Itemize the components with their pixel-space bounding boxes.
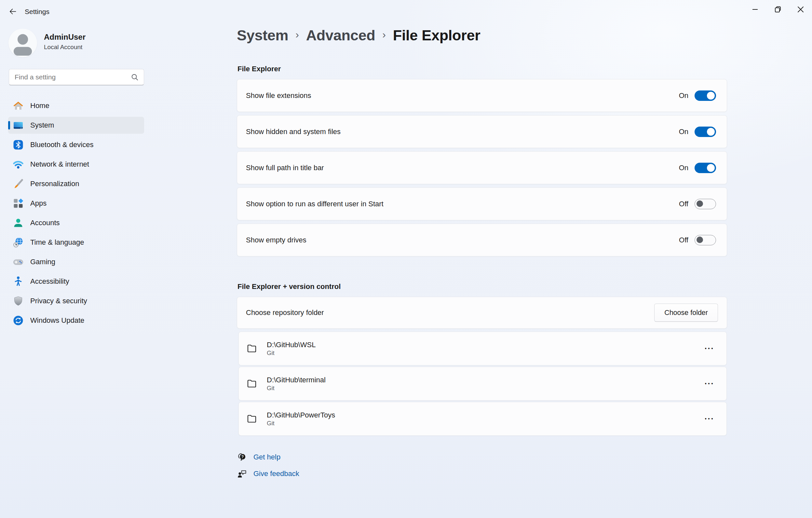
- breadcrumb-advanced[interactable]: Advanced: [306, 27, 375, 44]
- folder-icon: [246, 343, 258, 354]
- help-icon: ?: [237, 452, 247, 462]
- setting-label: Show hidden and system files: [246, 127, 679, 136]
- sidebar-item-gaming[interactable]: Gaming: [8, 254, 144, 270]
- sidebar-item-label: Windows Update: [30, 316, 84, 325]
- breadcrumb-separator: ›: [382, 29, 385, 41]
- section-title-version-control: File Explorer + version control: [237, 282, 341, 291]
- sidebar-item-label: Network & internet: [30, 160, 89, 169]
- user-account-type: Local Account: [44, 44, 82, 51]
- sidebar-item-label: Gaming: [30, 258, 55, 266]
- time-language-icon: [12, 236, 24, 248]
- sidebar-item-label: Time & language: [30, 238, 84, 247]
- apps-icon: [12, 198, 24, 209]
- repo-vcs-type: Git: [267, 349, 700, 357]
- user-name: AdminUser: [44, 32, 86, 41]
- repo-vcs-type: Git: [267, 384, 700, 392]
- setting-row-show-full-path: Show full path in title bar On: [237, 151, 727, 184]
- back-arrow-icon: [8, 7, 17, 16]
- repo-more-button[interactable]: •••: [700, 375, 718, 393]
- repo-row-terminal: D:\GitHub\terminal Git •••: [238, 367, 727, 401]
- toggle-state-label: On: [679, 91, 688, 100]
- sidebar-item-windows-update[interactable]: Windows Update: [8, 312, 144, 329]
- accessibility-icon: [12, 276, 24, 287]
- repo-path: D:\GitHub\WSL: [267, 340, 700, 349]
- search-icon: [130, 73, 139, 82]
- sidebar-item-apps[interactable]: Apps: [8, 195, 144, 212]
- sidebar-item-bluetooth-devices[interactable]: Bluetooth & devices: [8, 136, 144, 153]
- page-title: File Explorer: [393, 27, 481, 44]
- toggle-knob: [697, 236, 703, 243]
- sidebar-item-home[interactable]: Home: [8, 97, 144, 114]
- breadcrumb-system[interactable]: System: [237, 27, 288, 44]
- windows-update-icon: [12, 315, 24, 326]
- more-ellipsis-icon: •••: [705, 416, 715, 421]
- toggle-state-label: Off: [679, 200, 688, 208]
- window-title: Settings: [25, 8, 50, 16]
- sidebar-item-label: Personalization: [30, 180, 79, 188]
- setting-row-run-as-different-user: Show option to run as different user in …: [237, 188, 727, 220]
- system-icon: [12, 119, 24, 131]
- close-icon: [795, 4, 807, 15]
- sidebar-item-network-internet[interactable]: Network & internet: [8, 156, 144, 173]
- more-ellipsis-icon: •••: [705, 346, 715, 351]
- avatar: [8, 29, 37, 57]
- sidebar-item-label: Accounts: [30, 219, 60, 227]
- repo-row-wsl: D:\GitHub\WSL Git •••: [238, 332, 727, 365]
- sidebar-item-accounts[interactable]: Accounts: [8, 214, 144, 231]
- sidebar-item-personalization[interactable]: Personalization: [8, 175, 144, 192]
- give-feedback-link[interactable]: Give feedback: [237, 468, 299, 479]
- toggle-state-label: On: [679, 127, 688, 136]
- sidebar-item-label: Bluetooth & devices: [30, 141, 93, 149]
- toggle-switch[interactable]: [695, 126, 716, 137]
- search-box: [9, 69, 144, 85]
- sidebar-item-privacy-security[interactable]: Privacy & security: [8, 292, 144, 310]
- setting-row-show-file-extensions: Show file extensions On: [237, 79, 727, 112]
- toggle-state-label: Off: [679, 236, 688, 244]
- setting-label: Show option to run as different user in …: [246, 200, 679, 208]
- toggle-switch[interactable]: [695, 199, 716, 209]
- repo-path: D:\GitHub\PowerToys: [267, 411, 700, 420]
- feedback-icon: [237, 468, 247, 479]
- more-ellipsis-icon: •••: [705, 381, 715, 386]
- back-button[interactable]: [6, 5, 20, 18]
- toggle-knob: [697, 200, 703, 207]
- sidebar-item-system[interactable]: System: [8, 117, 144, 134]
- personalization-icon: [12, 178, 24, 190]
- toggle-state-label: On: [679, 164, 688, 172]
- toggle-switch[interactable]: [695, 163, 716, 173]
- footer-link-label: Get help: [254, 453, 281, 461]
- home-icon: [12, 100, 24, 112]
- maximize-button[interactable]: [766, 0, 789, 19]
- repo-meta: D:\GitHub\WSL Git: [267, 340, 700, 357]
- breadcrumb-separator: ›: [295, 29, 299, 41]
- sidebar-item-time-language[interactable]: Time & language: [8, 234, 144, 251]
- choose-repository-row: Choose repository folder Choose folder: [237, 297, 727, 328]
- toggle-switch[interactable]: [695, 90, 716, 101]
- folder-icon: [246, 413, 258, 425]
- bluetooth-icon: [12, 139, 24, 151]
- toggle-switch[interactable]: [695, 235, 716, 245]
- setting-label: Show empty drives: [246, 236, 679, 244]
- setting-label: Choose repository folder: [246, 309, 654, 317]
- choose-folder-button[interactable]: Choose folder: [654, 304, 718, 322]
- repo-more-button[interactable]: •••: [700, 410, 718, 428]
- search-input[interactable]: [9, 73, 130, 81]
- setting-row-show-hidden-system-files: Show hidden and system files On: [237, 115, 727, 148]
- repo-meta: D:\GitHub\PowerToys Git: [267, 411, 700, 427]
- repository-list: D:\GitHub\WSL Git ••• D:\GitHub\terminal…: [238, 332, 727, 437]
- svg-text:?: ?: [241, 455, 244, 459]
- sidebar-item-label: Accessibility: [30, 277, 69, 286]
- get-help-link[interactable]: ? Get help: [237, 452, 281, 462]
- setting-label: Show full path in title bar: [246, 164, 679, 172]
- repo-path: D:\GitHub\terminal: [267, 375, 700, 384]
- sidebar-item-label: Privacy & security: [30, 297, 87, 305]
- sidebar-item-label: System: [30, 121, 54, 130]
- close-button[interactable]: [789, 0, 812, 19]
- folder-icon: [246, 378, 258, 390]
- minimize-button[interactable]: [744, 0, 766, 19]
- privacy-security-icon: [12, 295, 24, 307]
- sidebar-item-accessibility[interactable]: Accessibility: [8, 273, 144, 290]
- toggle-knob: [707, 92, 715, 99]
- repo-row-powertoys: D:\GitHub\PowerToys Git •••: [238, 402, 727, 436]
- repo-more-button[interactable]: •••: [700, 339, 718, 357]
